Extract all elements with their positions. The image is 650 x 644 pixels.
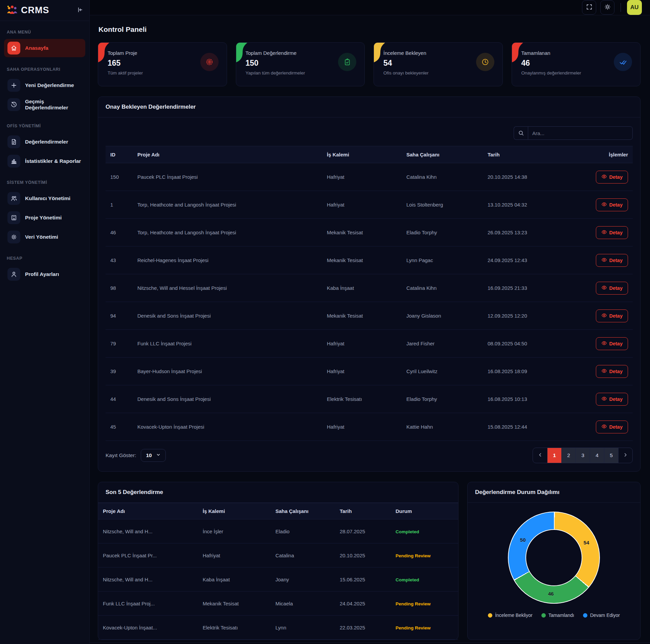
clipboard-check-icon — [338, 53, 356, 71]
logo: CRMS — [6, 4, 49, 17]
cell-project: Paucek PLC İnşaat Projesi — [133, 163, 322, 191]
sidebar-item-kullanici-yonetimi[interactable]: Kullanıcı Yönetimi — [4, 189, 85, 208]
detay-label: Detay — [609, 285, 623, 291]
detay-label: Detay — [609, 258, 623, 263]
user-avatar[interactable]: AU — [627, 0, 642, 15]
pending-panel-header: Onay Bekleyen Değerlendirmeler — [98, 97, 640, 117]
sidebar-item-proje-yonetimi[interactable]: Proje Yönetimi — [4, 209, 85, 227]
cell-project: Nitzsche, Will and H... — [98, 519, 198, 543]
search-icon[interactable] — [514, 126, 528, 140]
chart-panel-header: Değerlendirme Durum Dağılımı — [468, 482, 640, 503]
sidebar-item-anasayfa[interactable]: Anasayfa — [4, 39, 85, 57]
pager-page-5[interactable]: 5 — [604, 448, 618, 463]
cell-actions: Detay — [578, 274, 633, 302]
sidebar-item-yeni-degerlendirme[interactable]: Yeni Değerlendirme — [4, 76, 85, 94]
pager-page-3[interactable]: 3 — [576, 448, 590, 463]
cell-status: Completed — [391, 519, 458, 543]
sidebar-item-veri-yonetimi[interactable]: Veri Yönetimi — [4, 228, 85, 246]
card-ribbon — [236, 43, 249, 65]
app-title: CRMS — [21, 5, 49, 16]
cell-date: 26.09.2025 13:23 — [483, 219, 578, 246]
footer: Copyright © 2025 Ethem Demirkaya — [90, 643, 650, 644]
cell-project: Reichel-Hagenes İnşaat Projesi — [133, 246, 322, 274]
chart-body: 544650 İnceleme Bekliyor Tamamlandı Deva… — [468, 503, 640, 640]
sidebar-logo-row: CRMS — [0, 0, 89, 21]
sidebar-item-profil-ayarlari[interactable]: Profil Ayarları — [4, 265, 85, 283]
recent-evaluations-panel: Son 5 Değerlendirme Proje Adı İş Kalemi … — [98, 482, 458, 640]
cell-id: 98 — [106, 274, 133, 302]
pagination-row: Kayıt Göster: 10 12345 — [98, 441, 640, 471]
sidebar-section-ofiis-yonetiimii: OFİS YÖNETİMİ — [0, 115, 89, 132]
page-title: Kontrol Paneli — [98, 25, 641, 34]
table-row: Kovacek-Upton İnşaat... Elektrik Tesisat… — [98, 616, 458, 640]
detay-button[interactable]: Detay — [596, 254, 628, 267]
cell-work-item: Mekanik Tesisat — [322, 219, 402, 246]
sidebar-item-gecmis-degerlendirmeler[interactable]: Geçmiş Değerlendirmeler — [4, 95, 85, 114]
detay-button[interactable]: Detay — [596, 226, 628, 239]
stat-card-toplam-degerlendirme: Toplam Değerlendirme 150 Yapılan tüm değ… — [236, 42, 365, 86]
search-input[interactable] — [528, 126, 633, 140]
detay-button[interactable]: Detay — [596, 282, 628, 295]
eye-icon — [601, 257, 607, 264]
page-size-value: 10 — [146, 452, 152, 458]
detay-button[interactable]: Detay — [596, 198, 628, 211]
cell-id: 44 — [106, 385, 133, 413]
detay-button[interactable]: Detay — [596, 393, 628, 406]
stat-value: 54 — [383, 59, 429, 68]
detay-button[interactable]: Detay — [596, 171, 628, 184]
eye-icon — [601, 340, 607, 347]
legend-item-iinceleme-bekliyor[interactable]: İnceleme Bekliyor — [488, 613, 533, 618]
col-project: Proje Adı — [133, 146, 322, 163]
detay-label: Detay — [609, 424, 623, 430]
cell-work-item: Hafriyat — [322, 358, 402, 385]
detay-button[interactable]: Detay — [596, 309, 628, 322]
page-size-select[interactable]: 10 — [141, 449, 165, 462]
pager-page-2[interactable]: 2 — [561, 448, 576, 463]
cell-work-item: Hafriyat — [322, 163, 402, 191]
pager-prev-button[interactable] — [533, 448, 547, 463]
pending-toolbar — [98, 117, 640, 146]
legend-item-tamamlandi[interactable]: Tamamlandı — [541, 613, 574, 618]
detay-button[interactable]: Detay — [596, 421, 628, 433]
chart-legend: İnceleme Bekliyor Tamamlandı Devam Ediyo… — [488, 613, 620, 618]
cell-date: 24.04.2025 — [335, 592, 391, 616]
sidebar-item-iistatistikler-raporlar[interactable]: İstatistikler & Raporlar — [4, 152, 85, 170]
col-id: ID — [106, 146, 133, 163]
donut-chart: 544650 — [508, 512, 600, 604]
detay-button[interactable]: Detay — [596, 365, 628, 378]
content: Kontrol Paneli Toplam Proje 165 Tüm akti… — [90, 15, 650, 643]
sidebar: CRMS ANA MENÜ AnasayfaSAHA OPERASYONLARI… — [0, 0, 90, 644]
theme-toggle-button[interactable] — [600, 0, 614, 15]
cell-actions: Detay — [578, 246, 633, 274]
fullscreen-button[interactable] — [582, 0, 596, 15]
pager-page-1[interactable]: 1 — [547, 448, 561, 463]
col-date: Tarih — [483, 146, 578, 163]
detay-label: Detay — [609, 341, 623, 346]
cell-worker: Cyril Lueilwitz — [402, 358, 483, 385]
legend-item-devam-ediyor[interactable]: Devam Ediyor — [583, 613, 620, 618]
cell-id: 46 — [106, 219, 133, 246]
detay-button[interactable]: Detay — [596, 337, 628, 350]
cell-worker: Joany — [271, 567, 335, 592]
legend-dot — [583, 613, 587, 618]
topbar: AU — [90, 0, 650, 15]
sidebar-collapse-button[interactable] — [76, 6, 83, 14]
chart-panel-title: Değerlendirme Durum Dağılımı — [475, 489, 559, 495]
cell-id: 39 — [106, 358, 133, 385]
profile-icon-box — [7, 268, 20, 281]
cell-project: Bayer-Hudson İnşaat Projesi — [133, 358, 322, 385]
table-row: 39 Bayer-Hudson İnşaat Projesi Hafriyat … — [106, 358, 633, 385]
table-row: 44 Denesik and Sons İnşaat Projesi Elekt… — [106, 385, 633, 413]
stat-card-tamamlanan: Tamamlanan 46 Onaylanmış değerlendirmele… — [512, 42, 641, 86]
cell-worker: Lynn Pagac — [402, 246, 483, 274]
sidebar-item-degerlendirmeler[interactable]: Değerlendirmeler — [4, 133, 85, 151]
cell-work-item: Hafriyat — [322, 330, 402, 358]
pager-page-4[interactable]: 4 — [590, 448, 604, 463]
cell-date: 16.09.2025 21:33 — [483, 274, 578, 302]
legend-dot — [488, 613, 492, 618]
clock-icon — [476, 53, 494, 71]
building-icon-box — [7, 211, 20, 224]
stat-label: Toplam Değerlendirme — [246, 50, 305, 56]
cell-project: Kovacek-Upton İnşaat Projesi — [133, 413, 322, 441]
pager-next-button[interactable] — [618, 448, 632, 463]
